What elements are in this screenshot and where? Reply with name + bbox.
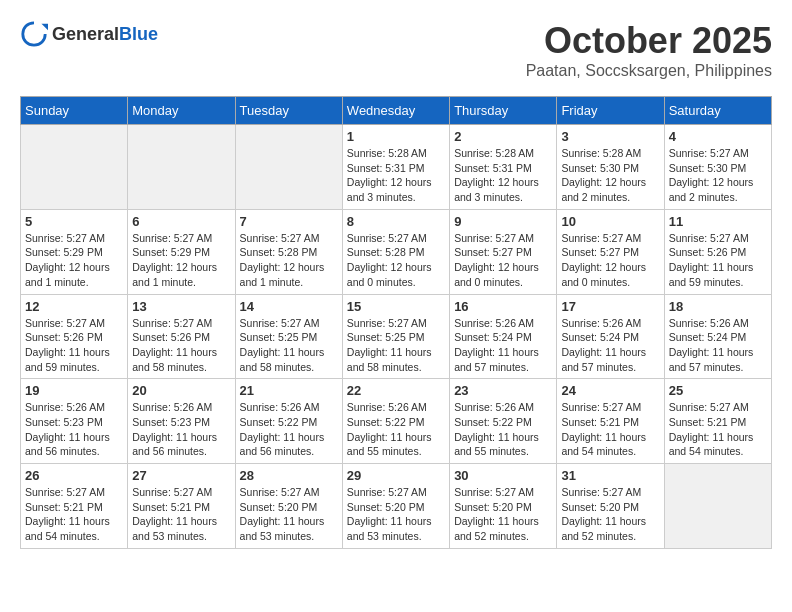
calendar-day-cell: 28Sunrise: 5:27 AMSunset: 5:20 PMDayligh… xyxy=(235,464,342,549)
calendar-day-cell: 7Sunrise: 5:27 AMSunset: 5:28 PMDaylight… xyxy=(235,209,342,294)
calendar-day-cell: 13Sunrise: 5:27 AMSunset: 5:26 PMDayligh… xyxy=(128,294,235,379)
calendar-week-row: 19Sunrise: 5:26 AMSunset: 5:23 PMDayligh… xyxy=(21,379,772,464)
calendar-day-cell: 5Sunrise: 5:27 AMSunset: 5:29 PMDaylight… xyxy=(21,209,128,294)
day-info: Sunrise: 5:26 AMSunset: 5:23 PMDaylight:… xyxy=(25,400,123,459)
day-info: Sunrise: 5:27 AMSunset: 5:27 PMDaylight:… xyxy=(454,231,552,290)
calendar-week-row: 12Sunrise: 5:27 AMSunset: 5:26 PMDayligh… xyxy=(21,294,772,379)
day-info: Sunrise: 5:27 AMSunset: 5:20 PMDaylight:… xyxy=(561,485,659,544)
calendar-day-cell: 3Sunrise: 5:28 AMSunset: 5:30 PMDaylight… xyxy=(557,125,664,210)
calendar-table: SundayMondayTuesdayWednesdayThursdayFrid… xyxy=(20,96,772,549)
calendar-day-cell: 23Sunrise: 5:26 AMSunset: 5:22 PMDayligh… xyxy=(450,379,557,464)
day-number: 19 xyxy=(25,383,123,398)
day-info: Sunrise: 5:26 AMSunset: 5:22 PMDaylight:… xyxy=(240,400,338,459)
day-number: 31 xyxy=(561,468,659,483)
logo: General Blue xyxy=(20,20,158,48)
calendar-day-cell: 1Sunrise: 5:28 AMSunset: 5:31 PMDaylight… xyxy=(342,125,449,210)
calendar-day-cell: 15Sunrise: 5:27 AMSunset: 5:25 PMDayligh… xyxy=(342,294,449,379)
day-number: 15 xyxy=(347,299,445,314)
day-header-thursday: Thursday xyxy=(450,97,557,125)
day-number: 2 xyxy=(454,129,552,144)
day-info: Sunrise: 5:27 AMSunset: 5:29 PMDaylight:… xyxy=(25,231,123,290)
day-info: Sunrise: 5:26 AMSunset: 5:22 PMDaylight:… xyxy=(347,400,445,459)
title-section: October 2025 Paatan, Soccsksargen, Phili… xyxy=(526,20,772,80)
calendar-day-cell: 25Sunrise: 5:27 AMSunset: 5:21 PMDayligh… xyxy=(664,379,771,464)
day-info: Sunrise: 5:28 AMSunset: 5:31 PMDaylight:… xyxy=(454,146,552,205)
calendar-day-cell: 29Sunrise: 5:27 AMSunset: 5:20 PMDayligh… xyxy=(342,464,449,549)
page-title: October 2025 xyxy=(526,20,772,62)
day-number: 28 xyxy=(240,468,338,483)
day-info: Sunrise: 5:26 AMSunset: 5:23 PMDaylight:… xyxy=(132,400,230,459)
calendar-day-cell: 9Sunrise: 5:27 AMSunset: 5:27 PMDaylight… xyxy=(450,209,557,294)
calendar-day-cell: 30Sunrise: 5:27 AMSunset: 5:20 PMDayligh… xyxy=(450,464,557,549)
svg-marker-0 xyxy=(41,24,48,31)
calendar-day-cell: 12Sunrise: 5:27 AMSunset: 5:26 PMDayligh… xyxy=(21,294,128,379)
day-number: 30 xyxy=(454,468,552,483)
calendar-week-row: 1Sunrise: 5:28 AMSunset: 5:31 PMDaylight… xyxy=(21,125,772,210)
day-header-wednesday: Wednesday xyxy=(342,97,449,125)
calendar-day-cell: 20Sunrise: 5:26 AMSunset: 5:23 PMDayligh… xyxy=(128,379,235,464)
day-number: 8 xyxy=(347,214,445,229)
calendar-day-cell: 27Sunrise: 5:27 AMSunset: 5:21 PMDayligh… xyxy=(128,464,235,549)
calendar-week-row: 5Sunrise: 5:27 AMSunset: 5:29 PMDaylight… xyxy=(21,209,772,294)
calendar-day-cell: 4Sunrise: 5:27 AMSunset: 5:30 PMDaylight… xyxy=(664,125,771,210)
day-number: 22 xyxy=(347,383,445,398)
day-number: 24 xyxy=(561,383,659,398)
day-number: 18 xyxy=(669,299,767,314)
day-info: Sunrise: 5:27 AMSunset: 5:30 PMDaylight:… xyxy=(669,146,767,205)
day-info: Sunrise: 5:27 AMSunset: 5:29 PMDaylight:… xyxy=(132,231,230,290)
day-info: Sunrise: 5:27 AMSunset: 5:21 PMDaylight:… xyxy=(25,485,123,544)
day-header-tuesday: Tuesday xyxy=(235,97,342,125)
calendar-day-cell xyxy=(664,464,771,549)
day-info: Sunrise: 5:27 AMSunset: 5:26 PMDaylight:… xyxy=(25,316,123,375)
day-info: Sunrise: 5:26 AMSunset: 5:24 PMDaylight:… xyxy=(561,316,659,375)
day-number: 27 xyxy=(132,468,230,483)
day-number: 25 xyxy=(669,383,767,398)
day-number: 29 xyxy=(347,468,445,483)
day-info: Sunrise: 5:27 AMSunset: 5:25 PMDaylight:… xyxy=(347,316,445,375)
calendar-day-cell: 24Sunrise: 5:27 AMSunset: 5:21 PMDayligh… xyxy=(557,379,664,464)
day-number: 10 xyxy=(561,214,659,229)
calendar-day-cell: 11Sunrise: 5:27 AMSunset: 5:26 PMDayligh… xyxy=(664,209,771,294)
calendar-day-cell: 2Sunrise: 5:28 AMSunset: 5:31 PMDaylight… xyxy=(450,125,557,210)
day-number: 6 xyxy=(132,214,230,229)
day-info: Sunrise: 5:27 AMSunset: 5:28 PMDaylight:… xyxy=(240,231,338,290)
calendar-day-cell: 21Sunrise: 5:26 AMSunset: 5:22 PMDayligh… xyxy=(235,379,342,464)
day-number: 20 xyxy=(132,383,230,398)
calendar-day-cell xyxy=(128,125,235,210)
day-number: 7 xyxy=(240,214,338,229)
calendar-day-cell: 16Sunrise: 5:26 AMSunset: 5:24 PMDayligh… xyxy=(450,294,557,379)
page-subtitle: Paatan, Soccsksargen, Philippines xyxy=(526,62,772,80)
day-info: Sunrise: 5:27 AMSunset: 5:21 PMDaylight:… xyxy=(669,400,767,459)
day-number: 17 xyxy=(561,299,659,314)
calendar-day-cell: 8Sunrise: 5:27 AMSunset: 5:28 PMDaylight… xyxy=(342,209,449,294)
calendar-day-cell: 31Sunrise: 5:27 AMSunset: 5:20 PMDayligh… xyxy=(557,464,664,549)
calendar-day-cell: 6Sunrise: 5:27 AMSunset: 5:29 PMDaylight… xyxy=(128,209,235,294)
day-number: 3 xyxy=(561,129,659,144)
page-header: General Blue October 2025 Paatan, Soccsk… xyxy=(20,20,772,80)
calendar-day-cell xyxy=(235,125,342,210)
day-number: 26 xyxy=(25,468,123,483)
day-info: Sunrise: 5:26 AMSunset: 5:24 PMDaylight:… xyxy=(669,316,767,375)
day-info: Sunrise: 5:28 AMSunset: 5:30 PMDaylight:… xyxy=(561,146,659,205)
calendar-day-cell: 10Sunrise: 5:27 AMSunset: 5:27 PMDayligh… xyxy=(557,209,664,294)
day-info: Sunrise: 5:27 AMSunset: 5:21 PMDaylight:… xyxy=(561,400,659,459)
day-number: 21 xyxy=(240,383,338,398)
day-number: 16 xyxy=(454,299,552,314)
calendar-header-row: SundayMondayTuesdayWednesdayThursdayFrid… xyxy=(21,97,772,125)
day-number: 12 xyxy=(25,299,123,314)
day-number: 5 xyxy=(25,214,123,229)
day-number: 4 xyxy=(669,129,767,144)
logo-icon xyxy=(20,20,48,48)
calendar-day-cell: 19Sunrise: 5:26 AMSunset: 5:23 PMDayligh… xyxy=(21,379,128,464)
day-info: Sunrise: 5:27 AMSunset: 5:28 PMDaylight:… xyxy=(347,231,445,290)
day-info: Sunrise: 5:27 AMSunset: 5:21 PMDaylight:… xyxy=(132,485,230,544)
day-info: Sunrise: 5:27 AMSunset: 5:26 PMDaylight:… xyxy=(669,231,767,290)
day-number: 23 xyxy=(454,383,552,398)
calendar-week-row: 26Sunrise: 5:27 AMSunset: 5:21 PMDayligh… xyxy=(21,464,772,549)
logo-general: General xyxy=(52,24,119,45)
logo-blue: Blue xyxy=(119,24,158,45)
day-info: Sunrise: 5:28 AMSunset: 5:31 PMDaylight:… xyxy=(347,146,445,205)
day-number: 14 xyxy=(240,299,338,314)
day-number: 9 xyxy=(454,214,552,229)
calendar-day-cell: 17Sunrise: 5:26 AMSunset: 5:24 PMDayligh… xyxy=(557,294,664,379)
